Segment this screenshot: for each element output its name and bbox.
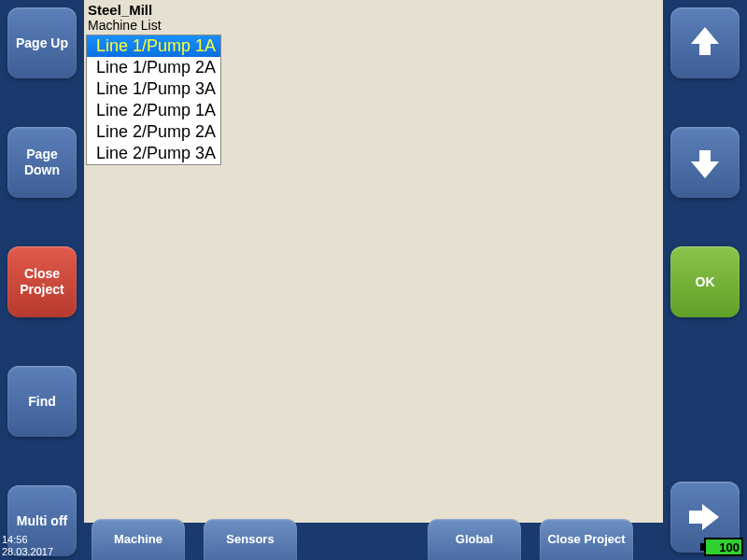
left-sidebar: Page Up Page Down Close Project Find Mul… xyxy=(0,0,84,560)
sensors-tab-button[interactable]: Sensors xyxy=(204,519,297,560)
global-tab-label: Global xyxy=(456,533,493,546)
battery-status: 100 xyxy=(704,538,743,556)
arrow-right-icon xyxy=(689,506,721,528)
close-project-tab-label: Close Project xyxy=(547,533,625,546)
ok-button[interactable]: OK xyxy=(670,246,740,317)
machine-tab-label: Machine xyxy=(114,533,162,546)
list-item[interactable]: Line 2/Pump 1A xyxy=(87,100,220,121)
time-text: 14:56 xyxy=(2,534,53,546)
list-item[interactable]: Line 2/Pump 3A xyxy=(87,143,220,164)
battery-icon: 100 xyxy=(704,538,743,556)
close-project-button[interactable]: Close Project xyxy=(7,246,77,317)
arrow-down-button[interactable] xyxy=(670,127,740,198)
arrow-up-button[interactable] xyxy=(670,7,740,78)
datetime-status: 14:56 28.03.2017 xyxy=(2,534,53,558)
list-item[interactable]: Line 1/Pump 2A xyxy=(87,57,220,78)
date-text: 28.03.2017 xyxy=(2,546,53,558)
project-title: Steel_Mill xyxy=(84,0,663,18)
list-item[interactable]: Line 1/Pump 3A xyxy=(87,78,220,100)
global-tab-button[interactable]: Global xyxy=(428,519,521,560)
close-project-tab-button[interactable]: Close Project xyxy=(540,519,633,560)
list-item[interactable]: Line 2/Pump 2A xyxy=(87,121,220,143)
right-sidebar: OK xyxy=(663,0,747,560)
content-panel: Steel_Mill Machine List Line 1/Pump 1ALi… xyxy=(84,0,663,523)
bottom-toolbar: Machine Sensors Global Close Project xyxy=(84,519,663,560)
arrow-down-icon xyxy=(691,148,719,176)
list-item[interactable]: Line 1/Pump 1A xyxy=(87,35,220,57)
page-down-button[interactable]: Page Down xyxy=(7,127,77,198)
multi-off-label: Multi off xyxy=(17,513,67,529)
sensors-tab-label: Sensors xyxy=(226,533,274,546)
machine-list-label: Machine List xyxy=(84,18,663,35)
find-button[interactable]: Find xyxy=(7,366,77,437)
page-up-label: Page Up xyxy=(16,35,68,51)
page-up-button[interactable]: Page Up xyxy=(7,7,77,78)
arrow-up-icon xyxy=(691,29,719,57)
machine-list[interactable]: Line 1/Pump 1ALine 1/Pump 2ALine 1/Pump … xyxy=(86,35,221,165)
find-label: Find xyxy=(28,394,56,410)
ok-label: OK xyxy=(696,274,715,290)
battery-value: 100 xyxy=(719,540,740,554)
page-down-label: Page Down xyxy=(7,147,77,178)
machine-tab-button[interactable]: Machine xyxy=(92,519,185,560)
close-project-label: Close Project xyxy=(7,266,77,298)
